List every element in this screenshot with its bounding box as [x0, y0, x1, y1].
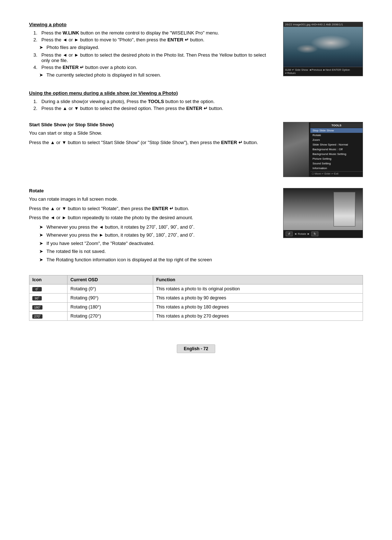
table-row: 90˚ Rotating (90°) This rotates a photo …: [29, 294, 363, 303]
func-180: This rotates a photo by 180 degrees: [153, 303, 363, 312]
rotate-image: [283, 188, 363, 230]
rotate-label: ◄ Rotate ►: [294, 232, 310, 236]
option-step-2: 2. Press the ▲ or ▼ button to select the…: [29, 106, 363, 111]
option-menu-heading: Using the option menu during a slide sho…: [29, 90, 363, 96]
rotate-table: Icon Current OSD Function 0˚ Rotating (0…: [29, 275, 363, 321]
footer-label: English - 72: [177, 344, 215, 353]
table-row: 270˚ Rotating (270°) This rotates a phot…: [29, 312, 363, 321]
screen-info: 26/22 image001.jpg 440×440 2.4kB 2008/1/…: [285, 23, 343, 26]
option-step-1: 1. During a slide show(or viewing a phot…: [29, 99, 363, 104]
tools-item-zoom: Zoom: [310, 138, 363, 142]
sub-step-2: ➤ Photo files are displayed.: [29, 44, 276, 51]
slide-show-section: Start Slide Show (or Stop Slide Show) Yo…: [29, 122, 363, 177]
tools-title: TOOLS: [310, 123, 363, 128]
viewing-photo-section: Viewing a photo 1. Press the W.LINK butt…: [29, 22, 363, 79]
func-270: This rotates a photo by 270 degrees: [153, 312, 363, 321]
viewing-photo-text: Viewing a photo 1. Press the W.LINK butt…: [29, 22, 276, 79]
rotate-text: Rotate You can rotate images in full scr…: [29, 188, 276, 264]
rotate-photo: [334, 192, 355, 226]
option-menu-section: Using the option menu during a slide sho…: [29, 90, 363, 111]
table-header-osd: Current OSD: [68, 275, 153, 285]
slide-show-body2: Press the ▲ or ▼ button to select "Start…: [29, 139, 276, 146]
rotate-section: Rotate You can rotate images in full scr…: [29, 188, 363, 264]
step-2: 2. Press the ◄ or ► button to move to "P…: [29, 37, 276, 42]
rotate-bullet-5: ➤ The Rotating function information icon…: [29, 256, 276, 263]
rotate-bullet-3: ➤ If you have select "Zoom", the "Rotate…: [29, 240, 276, 247]
rotate-screen: ↺90˚ ↺ ◄ Rotate ► ↻: [283, 188, 363, 238]
screen-bottom-bar: SUM ↵ Side Show ◄Previous ►Next ENTER Op…: [283, 67, 363, 76]
slide-show-body1: You can start or stop a Slide Show.: [29, 130, 276, 137]
slide-show-text: Start Slide Show (or Stop Slide Show) Yo…: [29, 122, 276, 148]
rotate-controls: ↺ ◄ Rotate ► ↻: [283, 230, 363, 238]
screen-top-bar: 26/22 image001.jpg 440×440 2.4kB 2008/1/…: [283, 22, 363, 27]
tools-item-picture: Picture Setting: [310, 156, 363, 161]
viewing-photo-heading: Viewing a photo: [29, 22, 276, 27]
icon-90: 90˚: [29, 294, 68, 303]
tools-menu-screen: TOOLS Stop Slide Show Rotate Zoom Slide …: [283, 122, 363, 177]
icon-0: 0˚: [29, 285, 68, 294]
sub-step-4: ➤ The currently selected photo is displa…: [29, 71, 276, 79]
rotate-bullet-4: ➤ The rotated file is not saved.: [29, 248, 276, 255]
table-row: 180˚ Rotating (180°) This rotates a phot…: [29, 303, 363, 312]
tools-screen-col: TOOLS Stop Slide Show Rotate Zoom Slide …: [283, 122, 363, 177]
footer: English - 72: [29, 343, 363, 355]
rotate-bullet-1: ➤ Whenever you press the ◄ button, it ro…: [29, 224, 276, 231]
step-3: 3. Press the ◄ or ► button to select the…: [29, 52, 276, 63]
table-header-func: Function: [153, 275, 363, 285]
tools-item-bgmusic-setting: Background Music Setting: [310, 152, 363, 156]
osd-0: Rotating (0°): [68, 285, 153, 294]
rotate-table-section: Icon Current OSD Function 0˚ Rotating (0…: [29, 275, 363, 321]
viewing-photo-screen: 26/22 image001.jpg 440×440 2.4kB 2008/1/…: [283, 22, 363, 76]
step-4: 4. Press the ENTER ↵ button over a photo…: [29, 65, 276, 70]
rotate-screen-col: ↺90˚ ↺ ◄ Rotate ► ↻: [283, 188, 363, 238]
rotate-body3: Press the ◄ or ► button repeatedly to ro…: [29, 214, 276, 221]
table-header-icon: Icon: [29, 275, 68, 285]
tools-item-bgmusic: Background Music : Off: [310, 147, 363, 152]
osd-180: Rotating (180°): [68, 303, 153, 312]
tools-item-info: Information: [310, 166, 363, 171]
tools-menu-panel: TOOLS Stop Slide Show Rotate Zoom Slide …: [310, 122, 363, 177]
screen-image: [283, 27, 363, 67]
tools-footer: ⬡ Move ↵ Enter ↩ Exit: [310, 171, 363, 176]
step-1: 1. Press the W.LINK button on the remote…: [29, 30, 276, 36]
rotate-back-btn: ↺: [286, 232, 293, 236]
tools-item-rotate: Rotate: [310, 133, 363, 138]
tools-thumb: [283, 122, 309, 177]
func-0: This rotates a photo to its original pos…: [153, 285, 363, 294]
osd-90: Rotating (90°): [68, 294, 153, 303]
osd-270: Rotating (270°): [68, 312, 153, 321]
table-row: 0˚ Rotating (0°) This rotates a photo to…: [29, 285, 363, 294]
rotate-heading: Rotate: [29, 188, 276, 193]
rotate-bullet-2: ➤ Whenever you press the ► button, it ro…: [29, 232, 276, 239]
func-90: This rotates a photo by 90 degrees: [153, 294, 363, 303]
rotate-body2: Press the ▲ or ▼ button to select "Rotat…: [29, 205, 276, 212]
rotate-body1: You can rotate images in full screen mod…: [29, 196, 276, 203]
tools-item-stop: Stop Slide Show: [310, 128, 363, 133]
slide-show-heading: Start Slide Show (or Stop Slide Show): [29, 122, 276, 127]
photo-viewer-screen: 26/22 image001.jpg 440×440 2.4kB 2008/1/…: [283, 22, 363, 76]
tools-item-speed: Slide Show Speed : Normal: [310, 142, 363, 147]
tools-item-sound: Sound Setting: [310, 161, 363, 166]
rotate-fwd-btn: ↻: [311, 232, 318, 236]
icon-180: 180˚: [29, 303, 68, 312]
clouds-image: [283, 27, 363, 67]
icon-270: 270˚: [29, 312, 68, 321]
